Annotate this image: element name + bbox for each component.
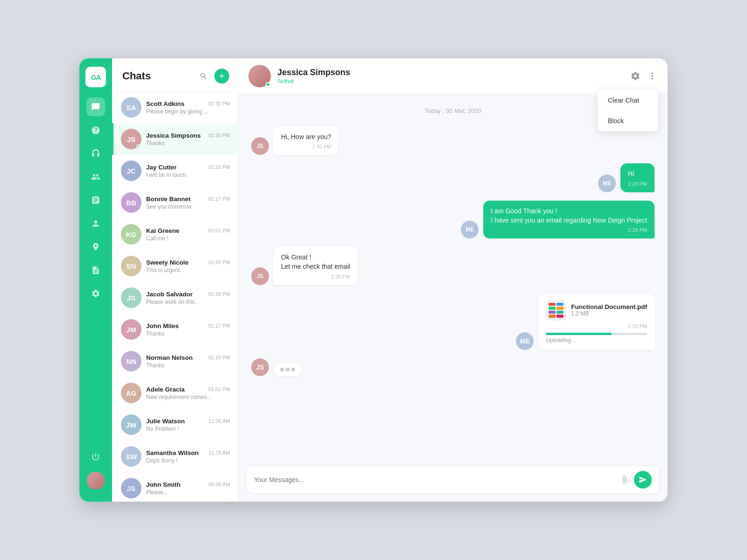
message-time: 2:29 PM (491, 227, 647, 233)
current-user-avatar[interactable] (87, 472, 105, 490)
file-info: Functional Document.pdf 1.2 MB (546, 300, 647, 321)
chat-preview: See you tomorrow (146, 203, 230, 210)
nav-icon-file[interactable] (86, 261, 105, 280)
chat-preview: I will be in touch. (146, 172, 230, 178)
date-divider: Today , 30 Mar, 2020 (251, 107, 655, 114)
chat-preview: Thanks (146, 330, 230, 337)
chat-preview: Please work on this. (146, 299, 230, 305)
nav-icon-headset[interactable] (86, 144, 105, 163)
chat-list-title: Chats (122, 70, 151, 82)
chat-item[interactable]: NN Norman Nelson 01:10 PM Thanks (112, 345, 238, 377)
upload-bar-fill (546, 333, 612, 335)
add-chat-button[interactable]: + (214, 69, 229, 84)
chat-list-panel: Chats + SA Scott Adkins 02:30 PM Please … (112, 58, 238, 502)
chat-time: 08:30 AM (209, 482, 230, 487)
chat-item[interactable]: JM John Miles 01:17 PM Thanks (112, 314, 238, 345)
chat-item[interactable]: BB Bonnie Bannet 02:17 PM See you tomorr… (112, 187, 238, 218)
send-button[interactable] (634, 471, 652, 489)
message-bubble: Ok Great !Let me check that email 2:30 P… (274, 247, 358, 285)
message-bubble: I am Good Thank you !I have sent you an … (483, 201, 655, 239)
chat-name-row: Jacob Salvador 01:33 PM (146, 291, 230, 298)
typing-dot-2 (286, 368, 289, 371)
chat-preview: New requirement comes... (146, 394, 230, 400)
dropdown-menu: Clear Chat Block (598, 90, 658, 131)
nav-icon-location[interactable] (86, 238, 105, 256)
more-options-button[interactable] (647, 71, 657, 81)
message-avatar: JS (251, 137, 269, 155)
chat-name: Jay Cutler (146, 164, 176, 171)
chat-avatar: JC (121, 161, 141, 181)
chat-info: Kai Greene 02:01 PM Call me ! (146, 227, 230, 242)
chat-item[interactable]: KG Kai Greene 02:01 PM Call me ! (112, 218, 238, 250)
chat-name: Norman Nelson (146, 354, 193, 361)
chat-name: Scott Adkins (146, 100, 184, 107)
chat-preview: No Problem ! (146, 426, 230, 432)
chat-header-avatar (248, 65, 271, 87)
active-chat-status: Active (277, 77, 630, 84)
chat-name-row: Norman Nelson 01:10 PM (146, 354, 230, 361)
chat-header: Jessica Simpsons Active Clear Chat Block (238, 58, 668, 94)
chat-time: 02:17 PM (208, 196, 230, 202)
message-row: Hi 2:29 PM ME (251, 163, 655, 192)
chat-time: 01:02 PM (208, 386, 230, 392)
chat-info: Adele Gracia 01:02 PM New requirement co… (146, 386, 230, 400)
chat-item[interactable]: SN Sweety Nicole 01:45 PM This is urgent… (112, 250, 238, 282)
chat-name-row: Samantha Wilson 11:15 AM (146, 449, 230, 456)
chat-info: John Miles 01:17 PM Thanks (146, 322, 230, 337)
chat-name-row: Jessica Simpsons 02:30 PM (146, 132, 230, 139)
chat-info: Bonnie Bannet 02:17 PM See you tomorrow (146, 196, 230, 210)
nav-icons (86, 98, 105, 448)
file-size: 1.2 MB (571, 310, 647, 317)
nav-icon-chat[interactable] (86, 98, 105, 116)
chat-header-actions (630, 71, 657, 81)
message-text: Hi (628, 169, 647, 178)
chat-name: Bonnie Bannet (146, 196, 190, 203)
search-button[interactable] (197, 70, 210, 82)
settings-button[interactable] (630, 71, 641, 81)
message-avatar: ME (461, 221, 479, 238)
nav-icon-group[interactable] (86, 168, 105, 186)
message-input[interactable] (254, 476, 615, 483)
chat-avatar: JS (121, 478, 141, 498)
chat-item[interactable]: JW Julie Watson 11:30 AM No Problem ! (112, 409, 238, 441)
logo-text: GA (91, 73, 101, 81)
chat-time: 02:01 PM (208, 228, 230, 233)
message-avatar: JS (251, 267, 269, 285)
file-icon (546, 300, 566, 321)
message-text: Ok Great !Let me check that email (281, 252, 350, 272)
nav-icon-clipboard[interactable] (86, 191, 105, 210)
chat-avatar: AG (121, 383, 141, 403)
message-row: I am Good Thank you !I have sent you an … (251, 201, 655, 239)
chat-avatar: SA (121, 97, 141, 118)
nav-icon-settings[interactable] (86, 284, 105, 303)
chat-item[interactable]: SA Scott Adkins 02:30 PM Please begin by… (112, 91, 238, 123)
chat-name-row: Sweety Nicole 01:45 PM (146, 259, 230, 266)
typing-dot-1 (280, 368, 284, 371)
nav-icon-people[interactable] (86, 214, 105, 233)
nav-icon-power[interactable] (86, 448, 105, 466)
message-time: 2:29 PM (628, 181, 647, 187)
chat-item[interactable]: JS Jacob Salvador 01:33 PM Please work o… (112, 282, 238, 314)
file-time: 2:29 PM (546, 323, 647, 329)
chat-list-header: Chats + (112, 58, 238, 91)
nav-icon-help[interactable] (86, 121, 105, 140)
chat-item[interactable]: JC Jay Cutler 02:20 PM I will be in touc… (112, 155, 238, 187)
chat-avatar: NN (121, 351, 141, 371)
chat-item[interactable]: JS John Smith 08:30 AM Please... (112, 472, 238, 502)
chat-time: 01:10 PM (208, 355, 230, 360)
message-text: Hi, How are you? (281, 132, 331, 141)
attach-button[interactable] (620, 475, 629, 484)
chat-preview: This is urgent. (146, 267, 230, 273)
chat-name-row: Adele Gracia 01:02 PM (146, 386, 230, 393)
logo: GA (85, 67, 106, 87)
chat-time: 11:15 AM (209, 450, 230, 455)
upload-label: Uploading... (546, 337, 647, 343)
chat-name: Jacob Salvador (146, 291, 193, 298)
block-option[interactable]: Block (598, 111, 658, 131)
clear-chat-option[interactable]: Clear Chat (598, 90, 658, 111)
chat-item[interactable]: JS Jessica Simpsons 02:30 PM Thanks (112, 123, 238, 155)
chat-preview: Thanks (146, 362, 230, 369)
chat-item[interactable]: SW Samantha Wilson 11:15 AM Oops Sorry ! (112, 441, 238, 472)
chat-name: Jessica Simpsons (146, 132, 201, 139)
chat-item[interactable]: AG Adele Gracia 01:02 PM New requirement… (112, 377, 238, 409)
